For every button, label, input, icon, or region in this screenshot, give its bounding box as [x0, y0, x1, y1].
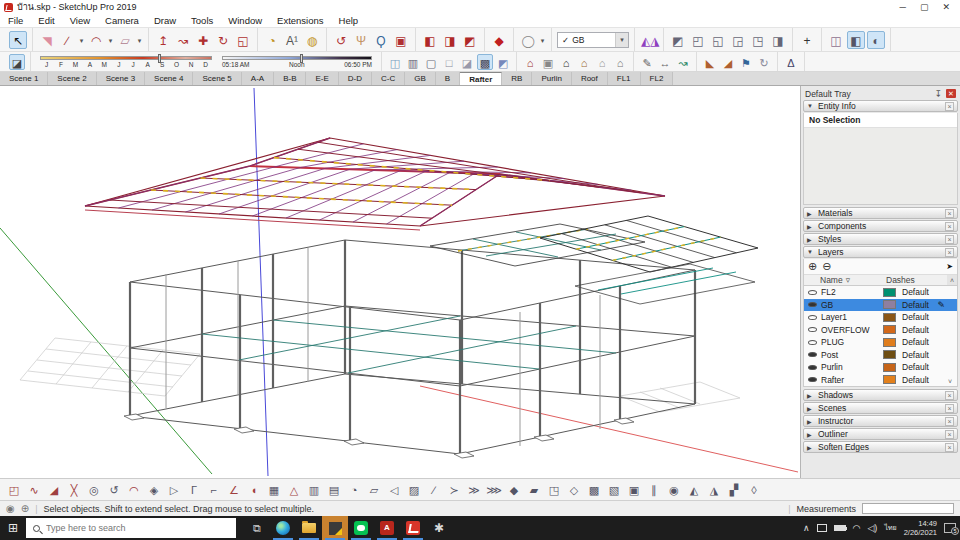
- style-back-edges[interactable]: ▥: [405, 54, 421, 70]
- visibility-eye-icon[interactable]: [808, 290, 817, 295]
- scene-tab[interactable]: C-C: [372, 72, 405, 85]
- stamp-tool[interactable]: ⚑: [738, 54, 754, 70]
- extension-warehouse-icon[interactable]: ◆: [490, 31, 508, 49]
- maximize-button[interactable]: ▢: [920, 2, 929, 12]
- select-tool[interactable]: ↖: [9, 31, 27, 49]
- menu-item[interactable]: Extensions: [277, 15, 323, 26]
- flip-tool[interactable]: ◭◮: [640, 31, 658, 49]
- move-tool[interactable]: ✚: [194, 31, 212, 49]
- extension-icon-3[interactable]: ◢: [46, 482, 62, 498]
- tray-close-button[interactable]: ✕: [946, 89, 956, 98]
- expand-arrow-icon[interactable]: ▼: [807, 103, 814, 109]
- tray-section-header[interactable]: ▶ Scenes ×: [803, 402, 958, 414]
- component-box-icon[interactable]: ▣: [540, 54, 556, 70]
- start-button[interactable]: ⊞: [0, 521, 26, 535]
- layer-dashes[interactable]: Default: [902, 350, 946, 360]
- extension-icon-9[interactable]: ▷: [166, 482, 182, 498]
- layer-row[interactable]: GB Default ✎: [804, 299, 957, 312]
- menu-item[interactable]: Help: [339, 15, 359, 26]
- layer-color-swatch[interactable]: [883, 325, 896, 334]
- clock[interactable]: 14:49 2/26/2021: [904, 519, 937, 537]
- line-tool[interactable]: ∕: [58, 31, 76, 49]
- text-tool[interactable]: A¹: [283, 31, 301, 49]
- house-chimney-icon[interactable]: ⌂: [576, 54, 592, 70]
- visibility-eye-icon[interactable]: [808, 365, 817, 370]
- orbit-tool[interactable]: ↺: [332, 31, 350, 49]
- extension-icon-35[interactable]: ◭: [686, 482, 702, 498]
- scene-tab[interactable]: D-D: [339, 72, 372, 85]
- style-shaded[interactable]: ◪: [459, 54, 475, 70]
- taskbar-app-sketchup-pro[interactable]: [400, 516, 426, 540]
- visibility-eye-icon[interactable]: [808, 315, 817, 320]
- account-icon[interactable]: ◯: [519, 31, 537, 49]
- layer-dropdown[interactable]: ✓ GB ▾: [557, 32, 629, 48]
- section-layers[interactable]: ▼ Layers ×: [803, 246, 958, 258]
- scene-tab[interactable]: Rafter: [460, 72, 502, 85]
- remove-layer-button[interactable]: ⊖: [822, 260, 831, 273]
- scene-tab[interactable]: Roof: [572, 72, 608, 85]
- taskbar-app-line[interactable]: [348, 516, 374, 540]
- tablet-mode-icon[interactable]: [817, 524, 827, 532]
- scene-tab[interactable]: Scene 4: [145, 72, 193, 85]
- shadow-time-slider[interactable]: 05:18 AM Noon 06:50 PM: [222, 56, 372, 68]
- shadow-month-slider[interactable]: JFMAMJJASOND: [40, 56, 212, 68]
- search-input[interactable]: [46, 523, 206, 533]
- axes-tool[interactable]: +: [798, 31, 816, 49]
- layer-row[interactable]: PLUG Default ✎: [804, 336, 957, 349]
- section-fill-toggle[interactable]: ◧: [847, 31, 865, 49]
- language-indicator[interactable]: ไทย: [884, 524, 896, 532]
- section-close-icon[interactable]: ×: [945, 404, 954, 413]
- section-close-icon[interactable]: ×: [945, 102, 954, 111]
- tape-measure-tool[interactable]: ◔: [263, 31, 281, 49]
- view-left[interactable]: ◨: [769, 31, 787, 49]
- scene-tab[interactable]: B: [436, 72, 460, 85]
- view-front[interactable]: ◱: [709, 31, 727, 49]
- section-close-icon[interactable]: ×: [945, 430, 954, 439]
- style-wireframe[interactable]: ▢: [423, 54, 439, 70]
- time-slider-handle[interactable]: [300, 54, 303, 63]
- layer-row[interactable]: FL2 Default ✎: [804, 286, 957, 299]
- house-dark-icon[interactable]: ⌂: [558, 54, 574, 70]
- scene-tab[interactable]: Purlin: [532, 72, 571, 85]
- taskbar-app-sketchup-active[interactable]: [322, 516, 348, 540]
- menu-item[interactable]: Window: [228, 15, 262, 26]
- extension-icon-24[interactable]: ≫: [466, 482, 482, 498]
- taskbar-search[interactable]: [26, 518, 236, 538]
- style-shaded-textures[interactable]: ▩: [477, 54, 493, 70]
- collapse-arrow-icon[interactable]: ▶: [807, 405, 814, 412]
- visibility-eye-icon[interactable]: [808, 352, 817, 357]
- layer-dashes[interactable]: Default: [902, 337, 946, 347]
- layer-dropdown-caret[interactable]: ▾: [615, 33, 628, 47]
- shadow-toggle[interactable]: ◪: [9, 54, 25, 70]
- visibility-eye-icon[interactable]: [808, 327, 817, 332]
- layer-color-swatch[interactable]: [883, 300, 896, 309]
- extension-icon-34[interactable]: ◉: [666, 482, 682, 498]
- extension-icon-31[interactable]: ▧: [606, 482, 622, 498]
- menu-item[interactable]: Draw: [154, 15, 176, 26]
- extension-icon-20[interactable]: ◁: [386, 482, 402, 498]
- scale-plugin-icon[interactable]: Δ: [783, 54, 799, 70]
- minimize-button[interactable]: ─: [900, 2, 906, 12]
- tray-chevron-icon[interactable]: ∧: [803, 523, 810, 533]
- scene-tab[interactable]: RB: [502, 72, 532, 85]
- extension-icon-18[interactable]: ◔: [346, 482, 362, 498]
- sandbox-from-scratch[interactable]: ◢: [720, 54, 736, 70]
- tray-section-header[interactable]: ▶ Styles ×: [803, 233, 958, 245]
- wifi-icon[interactable]: ◠: [853, 523, 861, 533]
- collapse-arrow-icon[interactable]: ▶: [807, 444, 814, 451]
- extension-icon-10[interactable]: Γ: [186, 482, 202, 498]
- extension-icon-21[interactable]: ▨: [406, 482, 422, 498]
- section-display-toggle[interactable]: ◐: [867, 31, 885, 49]
- sandbox-from-contours[interactable]: ◣: [702, 54, 718, 70]
- view-top[interactable]: ◰: [689, 31, 707, 49]
- extension-icon-4[interactable]: ╳: [66, 482, 82, 498]
- extension-icon-36[interactable]: ◮: [706, 482, 722, 498]
- column-dashes[interactable]: Dashes: [886, 275, 936, 285]
- collapse-arrow-icon[interactable]: ▶: [807, 431, 814, 438]
- follow-me-tool[interactable]: ↝: [174, 31, 192, 49]
- extension-icon-2[interactable]: ∿: [26, 482, 42, 498]
- extension-icon-1[interactable]: ◰: [6, 482, 22, 498]
- arc-dropdown-caret[interactable]: ▾: [107, 31, 114, 49]
- expand-arrow-icon[interactable]: ▼: [807, 249, 814, 255]
- add-layer-button[interactable]: ⊕: [808, 260, 817, 273]
